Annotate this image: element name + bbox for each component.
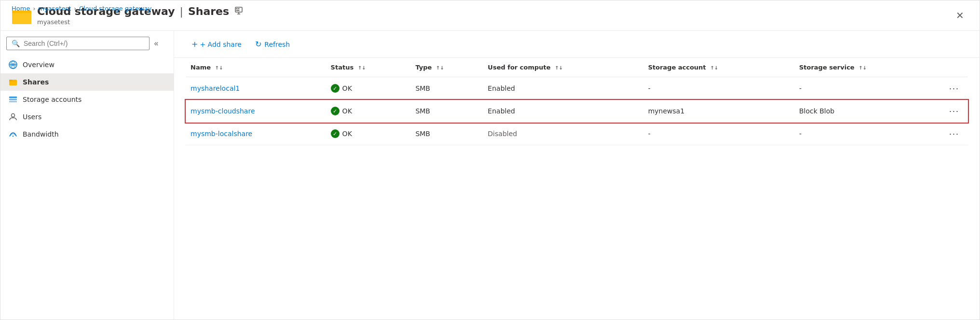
svg-rect-3 bbox=[236, 8, 238, 9]
svg-rect-15 bbox=[9, 101, 17, 102]
sort-arrows-storage-service[interactable]: ↑↓ bbox=[858, 66, 867, 70]
col-storage-account[interactable]: Storage account ↑↓ bbox=[643, 58, 794, 77]
sort-arrows-storage-account[interactable]: ↑↓ bbox=[710, 66, 718, 70]
sort-arrows-status[interactable]: ↑↓ bbox=[358, 66, 366, 70]
shares-table: Name ↑↓ Status ↑↓ Type ↑↓ bbox=[186, 58, 968, 145]
col-name[interactable]: Name ↑↓ bbox=[186, 58, 326, 77]
share-name-link[interactable]: mysmb-cloudshare bbox=[191, 107, 255, 115]
shares-icon bbox=[8, 77, 18, 87]
cell-type: SMB bbox=[410, 100, 483, 123]
svg-rect-14 bbox=[9, 99, 17, 100]
sidebar-item-shares[interactable]: Shares bbox=[0, 73, 174, 91]
sidebar: 🔍 « Overview bbox=[0, 31, 174, 320]
toolbar: + + Add share ↻ Refresh bbox=[174, 31, 980, 58]
refresh-icon: ↻ bbox=[255, 40, 261, 49]
cell-name[interactable]: mysmb-localshare bbox=[186, 123, 326, 145]
more-actions-button[interactable]: ··· bbox=[945, 128, 963, 139]
pin-icon[interactable] bbox=[234, 6, 244, 17]
ok-icon bbox=[331, 129, 340, 138]
cell-used-for-compute: Enabled bbox=[483, 77, 643, 100]
table-wrapper: Name ↑↓ Status ↑↓ Type ↑↓ bbox=[174, 58, 980, 320]
ok-icon bbox=[331, 84, 340, 93]
sidebar-item-bandwidth[interactable]: Bandwidth bbox=[0, 125, 174, 143]
compute-value: Enabled bbox=[488, 107, 515, 115]
table-row: mysharelocal1 OK SMB Enabled - - ··· bbox=[186, 77, 968, 100]
cell-storage-service: - bbox=[794, 77, 940, 100]
refresh-button[interactable]: ↻ Refresh bbox=[249, 37, 296, 52]
search-wrapper[interactable]: 🔍 bbox=[6, 37, 150, 50]
breadcrumb-home[interactable]: Home bbox=[12, 5, 30, 12]
sort-arrows-compute[interactable]: ↑↓ bbox=[555, 66, 563, 70]
body: 🔍 « Overview bbox=[0, 31, 980, 320]
add-share-label: + Add share bbox=[200, 41, 242, 48]
cell-used-for-compute: Enabled bbox=[483, 100, 643, 123]
cell-status: OK bbox=[326, 77, 411, 100]
cell-status: OK bbox=[326, 100, 411, 123]
breadcrumb: Home › myasetest › Cloud storage gateway bbox=[12, 5, 151, 12]
bandwidth-icon bbox=[8, 129, 18, 139]
table-row: mysmb-localshare OK SMB Disabled - - ··· bbox=[186, 123, 968, 145]
storage-accounts-icon bbox=[8, 95, 18, 104]
cell-actions[interactable]: ··· bbox=[940, 77, 968, 100]
cell-storage-service: Block Blob bbox=[794, 100, 940, 123]
bandwidth-label: Bandwidth bbox=[23, 130, 59, 138]
svg-rect-5 bbox=[236, 10, 240, 11]
storage-accounts-label: Storage accounts bbox=[23, 96, 82, 103]
svg-point-17 bbox=[13, 136, 14, 137]
main-content: + + Add share ↻ Refresh Name ↑↓ bbox=[174, 31, 980, 320]
cell-status: OK bbox=[326, 123, 411, 145]
col-storage-service[interactable]: Storage service ↑↓ bbox=[794, 58, 940, 77]
header-row: Cloud storage gateway | Shares bbox=[12, 5, 968, 30]
title-divider: | bbox=[179, 5, 183, 17]
sidebar-item-overview[interactable]: Overview bbox=[0, 56, 174, 73]
sidebar-item-storage-accounts[interactable]: Storage accounts bbox=[0, 91, 174, 108]
ok-icon bbox=[331, 107, 340, 115]
svg-rect-2 bbox=[235, 7, 242, 12]
main-container: Cloud storage gateway | Shares bbox=[0, 0, 980, 320]
cell-actions[interactable]: ··· bbox=[940, 123, 968, 145]
search-input[interactable] bbox=[24, 40, 144, 47]
col-used-for-compute[interactable]: Used for compute ↑↓ bbox=[483, 58, 643, 77]
sort-arrows-type[interactable]: ↑↓ bbox=[436, 66, 444, 70]
status-text: OK bbox=[342, 84, 352, 92]
compute-value: Disabled bbox=[488, 130, 517, 138]
share-name-link[interactable]: mysmb-localshare bbox=[191, 130, 252, 138]
cell-storage-service: - bbox=[794, 123, 940, 145]
col-status[interactable]: Status ↑↓ bbox=[326, 58, 411, 77]
status-text: OK bbox=[342, 130, 352, 138]
cell-storage-account: - bbox=[643, 123, 794, 145]
col-type[interactable]: Type ↑↓ bbox=[410, 58, 483, 77]
close-button[interactable]: ✕ bbox=[952, 9, 968, 22]
sort-arrows-name[interactable]: ↑↓ bbox=[215, 66, 223, 70]
shares-label: Shares bbox=[23, 78, 49, 86]
cell-used-for-compute: Disabled bbox=[483, 123, 643, 145]
section-name: Shares bbox=[188, 5, 229, 17]
table-row: mysmb-cloudshare OK SMB Enabled mynewsa1… bbox=[186, 100, 968, 123]
cell-storage-account: mynewsa1 bbox=[643, 100, 794, 123]
more-actions-button[interactable]: ··· bbox=[945, 83, 963, 94]
users-icon bbox=[8, 112, 18, 122]
breadcrumb-device[interactable]: myasetest bbox=[38, 5, 71, 12]
collapse-sidebar-button[interactable]: « bbox=[150, 37, 163, 50]
add-icon: + bbox=[191, 40, 198, 49]
users-label: Users bbox=[23, 113, 41, 121]
subtitle: myasetest bbox=[37, 18, 244, 26]
share-name-link[interactable]: mysharelocal1 bbox=[191, 84, 240, 92]
cell-type: SMB bbox=[410, 123, 483, 145]
sidebar-item-users[interactable]: Users bbox=[0, 108, 174, 125]
svg-rect-13 bbox=[9, 97, 17, 98]
refresh-label: Refresh bbox=[264, 41, 290, 48]
cell-name[interactable]: mysmb-cloudshare bbox=[186, 100, 326, 123]
search-row: 🔍 « bbox=[6, 37, 168, 50]
svg-point-16 bbox=[12, 114, 15, 117]
more-actions-button[interactable]: ··· bbox=[945, 106, 963, 116]
status-text: OK bbox=[342, 107, 352, 115]
breadcrumb-sep-1: › bbox=[33, 5, 35, 12]
cell-storage-account: - bbox=[643, 77, 794, 100]
cell-type: SMB bbox=[410, 77, 483, 100]
add-share-button[interactable]: + + Add share bbox=[186, 37, 247, 52]
cell-name[interactable]: mysharelocal1 bbox=[186, 77, 326, 100]
breadcrumb-sep-2: › bbox=[74, 5, 76, 12]
svg-rect-12 bbox=[9, 80, 13, 81]
cell-actions[interactable]: ··· bbox=[940, 100, 968, 123]
